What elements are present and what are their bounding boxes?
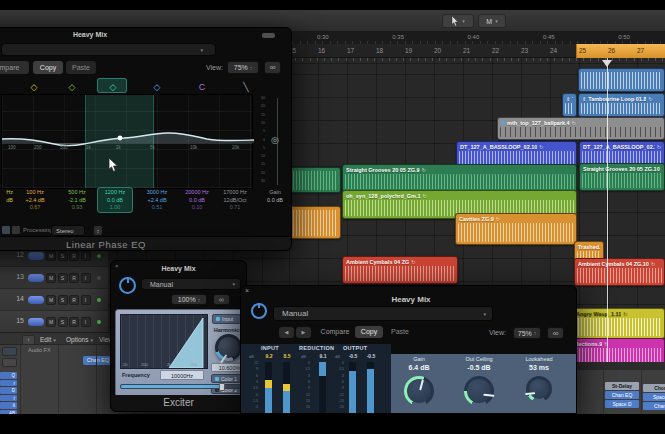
- exciter-preset-dropdown[interactable]: Manual ▾: [141, 278, 241, 290]
- track-s-button[interactable]: S: [58, 317, 68, 327]
- eq-band-values[interactable]: 1200 Hz0.0 dB1.00: [97, 187, 133, 213]
- region[interactable]: [578, 68, 665, 92]
- region[interactable]: Straight Grooves 20 05 ZG.10: [579, 163, 665, 191]
- track-r-button[interactable]: R: [69, 317, 79, 327]
- eq-master-gain-values[interactable]: Gain 0.0 dB: [259, 189, 291, 204]
- eq-gain-slider-knob[interactable]: ◎: [271, 135, 279, 145]
- next-preset-button[interactable]: ▶: [296, 327, 311, 338]
- eq-band-button[interactable]: ╲: [238, 80, 254, 94]
- eq-band-values[interactable]: 500 Hz-2.1 dB0.93: [59, 189, 95, 212]
- plugin-slot[interactable]: it: [0, 402, 17, 409]
- view-zoom-stepper[interactable]: 75% ↕: [227, 61, 259, 74]
- region[interactable]: Ambient Cymbals 04 ZG↻: [342, 256, 458, 284]
- mixer-aux-button[interactable]: [2, 347, 17, 356]
- region[interactable]: Straight Grooves 20 05 ZG.9↻: [342, 164, 577, 192]
- track-i-button[interactable]: I: [81, 251, 91, 261]
- linear-phase-eq-window[interactable]: Heavy Mix ▾ Compare Copy Paste View: 75%…: [0, 27, 292, 251]
- plugin-slot[interactable]: r: [0, 395, 17, 402]
- plugin-slot-header[interactable]: St-Delay: [605, 382, 639, 390]
- harmonics-knob[interactable]: [215, 334, 242, 361]
- track-r-button[interactable]: R: [69, 273, 79, 283]
- eq-band-button[interactable]: ◇: [26, 80, 42, 94]
- power-button[interactable]: [251, 303, 267, 319]
- link-button[interactable]: ∞: [213, 294, 230, 305]
- eq-preset-dropdown[interactable]: ▾: [1, 43, 216, 56]
- paste-button[interactable]: Paste: [66, 61, 96, 74]
- close-icon[interactable]: ×: [245, 287, 249, 294]
- plugin-slot[interactable]: Space: [643, 393, 665, 401]
- plugin-slot-header[interactable]: Chor: [643, 384, 665, 392]
- chan-eq-slot[interactable]: Chan EQ: [83, 356, 113, 365]
- plugin-slot[interactable]: Q: [0, 372, 17, 379]
- frequency-slider[interactable]: [120, 384, 245, 389]
- processing-stepper[interactable]: ↕: [93, 225, 103, 236]
- region[interactable]: Angry Wasp_1.11↻: [572, 308, 665, 339]
- track-s-button[interactable]: S: [58, 251, 68, 261]
- compare-button[interactable]: Compare: [0, 61, 29, 74]
- eq-band-button[interactable]: ◇: [105, 80, 121, 94]
- up-arrow-button[interactable]: ↑: [22, 335, 35, 345]
- cycle-region[interactable]: [576, 44, 665, 58]
- input-button[interactable]: Input: [212, 314, 241, 324]
- region[interactable]: Cavities ZG.9↻: [455, 213, 577, 245]
- mixer-aux-button[interactable]: [2, 358, 17, 367]
- track-m-button[interactable]: M: [46, 273, 56, 283]
- link-button[interactable]: ∞: [547, 327, 564, 339]
- track-r-button[interactable]: R: [69, 295, 79, 305]
- track-m-button[interactable]: M: [46, 317, 56, 327]
- plugin-slot[interactable]: r: [0, 380, 17, 387]
- eq-band-button[interactable]: C: [194, 80, 210, 94]
- prev-preset-button[interactable]: ◀: [279, 327, 294, 338]
- track-m-button[interactable]: M: [46, 295, 56, 305]
- view-zoom-stepper[interactable]: 75% ↕: [513, 327, 541, 339]
- out-ceiling-knob[interactable]: [464, 376, 494, 406]
- eq-band-button[interactable]: ◇: [149, 80, 165, 94]
- eq-band-values[interactable]: HzdB: [0, 189, 13, 204]
- eq-gain-slider-column[interactable]: ◎ 3020151050510152030: [255, 94, 291, 189]
- region[interactable]: [287, 167, 341, 193]
- processing-dropdown[interactable]: Stereo: [51, 225, 85, 236]
- track-i-button[interactable]: I: [81, 273, 91, 283]
- power-button[interactable]: [119, 277, 136, 294]
- mixer-menu-edit[interactable]: Edit▾: [40, 336, 56, 343]
- eq-aux-button[interactable]: [12, 226, 20, 234]
- copy-button[interactable]: Copy: [33, 61, 63, 74]
- marquee-tool-button[interactable]: M ▾: [478, 14, 506, 28]
- compare-button[interactable]: Compare: [317, 326, 353, 338]
- plugin-slot[interactable]: D: [0, 387, 17, 394]
- pointer-tool-button[interactable]: ▾: [442, 14, 474, 28]
- limiter-window[interactable]: × Heavy Mix Manual ▾ ◀ ▶ Compare Copy Pa…: [240, 285, 577, 414]
- playhead[interactable]: [607, 58, 608, 376]
- track-r-button[interactable]: R: [69, 251, 79, 261]
- track-header[interactable]: 14MSRI: [0, 289, 108, 311]
- track-s-button[interactable]: S: [58, 295, 68, 305]
- eq-band-values[interactable]: 17000 Hz12dB/Oct0.71: [217, 189, 253, 212]
- plugin-slot[interactable]: Chan EQ: [605, 391, 639, 399]
- limiter-preset-dropdown[interactable]: Manual ▾: [273, 306, 493, 321]
- plugin-slot[interactable]: Chan: [643, 402, 665, 410]
- track-s-button[interactable]: S: [58, 273, 68, 283]
- track-i-button[interactable]: I: [81, 317, 91, 327]
- eq-graph[interactable]: 1002005001k2k5k10k20k: [1, 94, 253, 189]
- eq-band-values[interactable]: 20000 Hz0.0 dB0.10: [179, 189, 215, 212]
- copy-button[interactable]: Copy: [355, 326, 383, 338]
- plugin-slot[interactable]: Space D: [605, 400, 639, 408]
- region[interactable]: ⇕Ta: [562, 93, 577, 117]
- eq-band-values[interactable]: 100 Hz+2.4 dB0.67: [17, 189, 53, 212]
- region[interactable]: Ambient Cymbals 04 ZG.10↻: [574, 258, 665, 286]
- track-header[interactable]: 13MSRI: [0, 267, 108, 289]
- exciter-window[interactable]: × Heavy Mix Manual ▾ 100% ↕ ∞ 202002k20k: [110, 260, 247, 412]
- mix-amount-stepper[interactable]: 100% ↕: [171, 294, 207, 305]
- eq-band-button[interactable]: ◇: [64, 80, 80, 94]
- track-m-button[interactable]: M: [46, 251, 56, 261]
- exciter-frequency-graph[interactable]: 202002k20k: [120, 314, 208, 369]
- frequency-slider-handle[interactable]: [219, 383, 225, 391]
- region[interactable]: [287, 206, 341, 239]
- paste-button[interactable]: Paste: [386, 326, 414, 338]
- lookahead-knob[interactable]: [526, 376, 552, 402]
- eq-aux-button[interactable]: [2, 226, 10, 234]
- track-i-button[interactable]: I: [81, 295, 91, 305]
- link-button[interactable]: ∞: [264, 61, 281, 74]
- gain-knob[interactable]: [404, 376, 434, 406]
- region[interactable]: ⇕Tambourine Loop 01.8↻: [578, 93, 665, 117]
